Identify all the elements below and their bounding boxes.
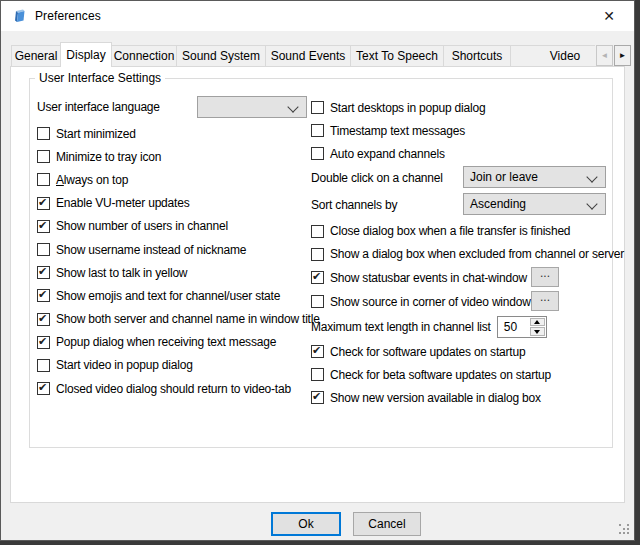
checkbox-label: Start desktops in popup dialog: [330, 101, 485, 115]
checkbox-label: Show new version available in dialog box: [330, 391, 541, 405]
spinner-buttons: [530, 318, 545, 336]
tab-shortcuts[interactable]: Shortcuts: [443, 45, 511, 67]
video-source-ellipsis-button[interactable]: ...: [531, 291, 559, 311]
checkbox[interactable]: [311, 345, 324, 358]
row-close-on-transfer: Close dialog box when a file transfer is…: [311, 220, 623, 243]
double-click-row: Double click on a channel Join or leave: [311, 166, 623, 193]
tab-text-to-speech[interactable]: Text To Speech: [350, 45, 444, 67]
row-minimize-to-tray: Minimize to tray icon: [37, 145, 320, 168]
row-check-beta-updates: Check for beta software updates on start…: [311, 363, 623, 386]
checkbox-label: Auto expand channels: [330, 147, 445, 161]
checkbox-label: Always on top: [56, 173, 128, 187]
spinner-up-icon[interactable]: [530, 318, 545, 327]
row-new-version-dialog: Show new version available in dialog box: [311, 386, 623, 409]
sort-channels-combobox-value: Ascending: [470, 197, 526, 211]
row-timestamp-messages: Timestamp text messages: [311, 119, 623, 142]
checkbox[interactable]: [311, 248, 324, 261]
checkbox[interactable]: [37, 382, 50, 395]
close-icon[interactable]: ✕: [592, 3, 626, 29]
row-always-on-top: Always on top: [37, 168, 320, 191]
checkbox[interactable]: [37, 197, 50, 210]
video-source-row: Show source in corner of video window ..…: [311, 290, 623, 314]
preferences-dialog: Preferences ✕ General Display Connection…: [0, 0, 635, 541]
checkbox[interactable]: [37, 173, 50, 186]
tab-connection[interactable]: Connection: [111, 45, 177, 67]
checkbox[interactable]: [311, 225, 324, 238]
checkbox-label: Show a dialog box when excluded from cha…: [330, 247, 624, 261]
checkbox-label: Check for software updates on startup: [330, 345, 525, 359]
checkbox[interactable]: [311, 295, 324, 308]
checkbox-label: Show number of users in channel: [56, 219, 228, 233]
tab-scroll-right-icon[interactable]: ►: [614, 45, 631, 66]
checkbox-label: Show source in corner of video window: [330, 295, 531, 309]
checkbox[interactable]: [311, 101, 324, 114]
checkbox-label: Check for beta software updates on start…: [330, 368, 551, 382]
double-click-combobox[interactable]: Join or leave: [463, 166, 606, 188]
checkbox[interactable]: [37, 336, 50, 349]
checkbox[interactable]: [37, 243, 50, 256]
chevron-down-icon: [586, 171, 597, 182]
row-last-to-talk: Show last to talk in yellow: [37, 261, 320, 284]
tab-general[interactable]: General: [11, 45, 61, 67]
sort-channels-label: Sort channels by: [311, 198, 397, 212]
ok-button[interactable]: Ok: [271, 512, 341, 536]
row-start-desktops: Start desktops in popup dialog: [311, 96, 623, 119]
checkbox-label: Show last to talk in yellow: [56, 266, 187, 280]
max-text-length-spinner[interactable]: 50: [497, 316, 547, 338]
language-label: User interface language: [37, 100, 160, 114]
checkbox-label: Show both server and channel name in win…: [56, 312, 320, 326]
tab-display[interactable]: Display: [60, 42, 112, 67]
row-check-updates: Check for software updates on startup: [311, 340, 623, 363]
language-combobox[interactable]: [197, 96, 307, 118]
tab-scroll-left-icon[interactable]: ◄: [596, 45, 613, 66]
checkbox[interactable]: [37, 150, 50, 163]
chevron-down-icon: [287, 101, 298, 112]
tab-video[interactable]: Video: [510, 45, 595, 67]
row-server-channel-title: Show both server and channel name in win…: [37, 308, 320, 331]
spinner-down-icon[interactable]: [530, 327, 545, 336]
cancel-button[interactable]: Cancel: [353, 512, 421, 536]
row-emojis-text: Show emojis and text for channel/user st…: [37, 284, 320, 307]
checkbox[interactable]: [37, 127, 50, 140]
checkbox[interactable]: [37, 289, 50, 302]
checkbox[interactable]: [311, 147, 324, 160]
sort-channels-combobox[interactable]: Ascending: [463, 193, 606, 215]
checkbox[interactable]: [37, 266, 50, 279]
resize-grip[interactable]: [619, 524, 631, 536]
checkbox-label: Popup dialog when receiving text message: [56, 335, 276, 349]
checkbox[interactable]: [311, 368, 324, 381]
tab-sound-events[interactable]: Sound Events: [265, 45, 351, 67]
app-icon: [12, 8, 28, 24]
row-popup-text-message: Popup dialog when receiving text message: [37, 331, 320, 354]
checkbox[interactable]: [311, 271, 324, 284]
tab-scrollers: ◄ ►: [596, 45, 632, 66]
left-checkbox-column: Start minimized Minimize to tray icon Al…: [37, 122, 320, 400]
row-vu-meter: Enable VU-meter updates: [37, 192, 320, 215]
checkbox-label: Close dialog box when a file transfer is…: [330, 224, 570, 238]
sort-channels-row: Sort channels by Ascending: [311, 193, 623, 220]
row-video-popup: Start video in popup dialog: [37, 354, 320, 377]
checkbox[interactable]: [37, 359, 50, 372]
checkbox[interactable]: [311, 124, 324, 137]
statusbar-events-row: Show statusbar events in chat-window ...: [311, 266, 623, 290]
checkbox-label: Timestamp text messages: [330, 124, 465, 138]
right-column: Start desktops in popup dialog Timestamp…: [311, 96, 623, 410]
double-click-combobox-value: Join or leave: [470, 170, 538, 184]
max-text-length-label: Maximum text length in channel list: [311, 320, 491, 334]
tab-bar: General Display Connection Sound System …: [11, 42, 595, 67]
checkbox[interactable]: [37, 313, 50, 326]
double-click-label: Double click on a channel: [311, 171, 443, 185]
checkbox[interactable]: [311, 391, 324, 404]
checkbox[interactable]: [37, 220, 50, 233]
statusbar-events-ellipsis-button[interactable]: ...: [531, 267, 559, 287]
checkbox-label: Closed video dialog should return to vid…: [56, 382, 291, 396]
chevron-down-icon: [586, 198, 597, 209]
max-text-length-value: 50: [504, 320, 517, 334]
row-show-username: Show username instead of nickname: [37, 238, 320, 261]
tab-sound-system[interactable]: Sound System: [176, 45, 266, 67]
row-show-user-count: Show number of users in channel: [37, 215, 320, 238]
titlebar[interactable]: Preferences ✕: [1, 1, 634, 31]
row-closed-video-return: Closed video dialog should return to vid…: [37, 377, 320, 400]
row-start-minimized: Start minimized: [37, 122, 320, 145]
row-auto-expand: Auto expand channels: [311, 142, 623, 165]
